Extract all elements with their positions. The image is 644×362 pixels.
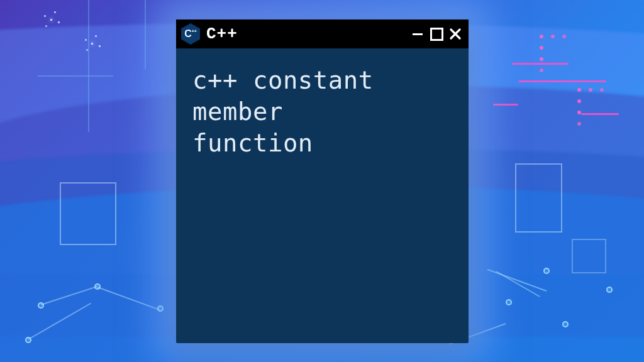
logo-letter: C — [184, 29, 191, 39]
window-title: C++ — [206, 25, 404, 43]
logo-plus: ++ — [192, 29, 197, 33]
terminal-window: C ++ C++ c++ constant member function — [176, 19, 469, 343]
close-icon[interactable] — [448, 27, 462, 41]
titlebar[interactable]: C ++ C++ — [176, 19, 469, 48]
content-text: c++ constant member function — [192, 65, 452, 159]
cpp-logo-icon: C ++ — [181, 23, 200, 45]
minimize-icon[interactable] — [411, 27, 425, 41]
maximize-icon[interactable] — [430, 27, 443, 41]
window-controls — [411, 27, 462, 41]
terminal-content: c++ constant member function — [176, 48, 469, 343]
